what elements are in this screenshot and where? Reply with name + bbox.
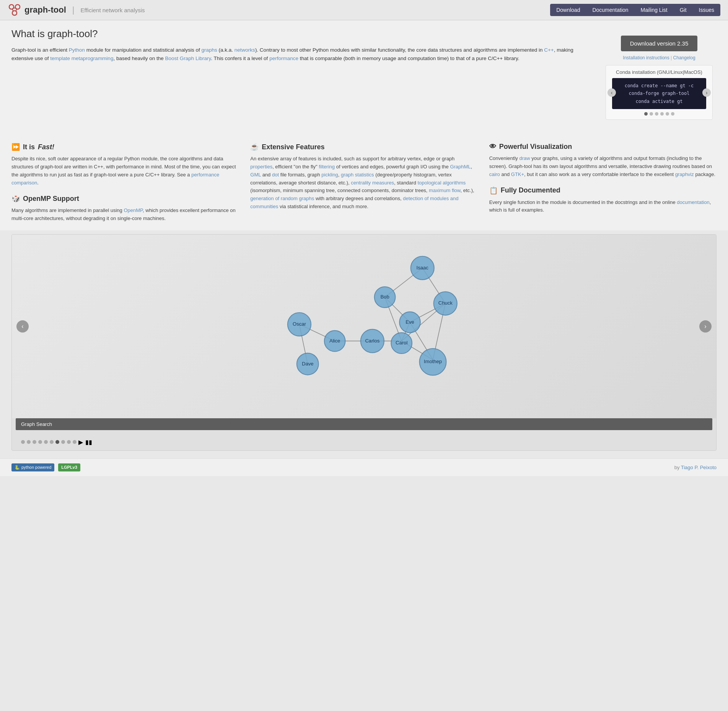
graph-stats-link[interactable]: graph statistics [341, 172, 374, 178]
gdot-8[interactable] [61, 440, 65, 444]
python-badge: 🐍 python powered [11, 463, 54, 471]
install-label: Conda installation (GNU/Linux|MacOS) [612, 69, 706, 75]
nav-issues[interactable]: Issues [693, 4, 720, 16]
code-line-2: conda activate gt [617, 98, 701, 105]
feature-doc-body: Every single function in the module is d… [489, 199, 717, 215]
graphs-link[interactable]: graphs [202, 47, 217, 53]
node-carlos[interactable]: Carlos [361, 329, 384, 353]
svg-line-5 [16, 9, 17, 11]
graph-carousel: ‹ › [11, 234, 717, 451]
performance-comparison-link[interactable]: performance comparison [11, 172, 219, 186]
dot-link[interactable]: dot [272, 172, 279, 178]
graph-controls: ▶ ▮▮ [78, 439, 96, 446]
node-oscar[interactable]: Oscar [288, 313, 311, 336]
python-snake-icon: 🐍 [15, 465, 20, 470]
filtering-link[interactable]: filtering [319, 164, 335, 170]
extensive-icon: ☕ [250, 143, 259, 151]
navbar: graph-tool | Efficient network analysis … [0, 0, 728, 20]
dot-1[interactable] [644, 112, 648, 116]
svg-line-4 [12, 9, 13, 11]
node-isaac[interactable]: Isaac [411, 256, 434, 280]
svg-point-2 [12, 11, 17, 15]
node-eve[interactable]: Eve [399, 312, 420, 333]
python-link[interactable]: Python [69, 47, 85, 53]
gdot-9[interactable] [67, 440, 71, 444]
graph-prev-button[interactable]: ‹ [16, 320, 29, 333]
gdot-6[interactable] [50, 440, 54, 444]
dot-4[interactable] [660, 112, 664, 116]
feature-fast-title: ⏩ It is Fast! [11, 143, 239, 151]
node-carol[interactable]: Carol [391, 333, 412, 354]
documentation-link[interactable]: documentation [677, 199, 709, 205]
node-bob[interactable]: Bob [375, 287, 396, 308]
gdot-2[interactable] [27, 440, 31, 444]
gdot-1[interactable] [21, 440, 25, 444]
boost-link[interactable]: Boost Graph Library [165, 55, 211, 61]
nav-documentation[interactable]: Documentation [586, 4, 634, 16]
changelog-link[interactable]: Changelog [673, 55, 695, 60]
dot-2[interactable] [650, 112, 653, 116]
draw-link[interactable]: draw [519, 155, 530, 161]
gdot-7[interactable] [55, 440, 59, 444]
performance-link[interactable]: performance [269, 55, 298, 61]
viz-icon: 👁 [489, 143, 496, 151]
graph-next-button[interactable]: › [699, 320, 712, 333]
cpp-link[interactable]: C++ [544, 47, 554, 53]
gdot-4[interactable] [38, 440, 42, 444]
openmp-link[interactable]: OpenMP [124, 207, 143, 213]
feature-visualization: 👁 Powerful Visualization Conveniently dr… [489, 143, 717, 223]
footer-author-link[interactable]: Tiago P. Peixoto [681, 465, 717, 470]
topological-link[interactable]: topological algorithms [418, 180, 466, 186]
graph-caption: Graph Search [16, 418, 712, 430]
graph-area: ‹ › [12, 235, 716, 418]
pickling-link[interactable]: pickling [321, 172, 338, 178]
gdot-3[interactable] [33, 440, 36, 444]
installation-instructions-link[interactable]: Installation instructions [623, 55, 669, 60]
cairo-link[interactable]: cairo [489, 171, 500, 177]
dot-6[interactable] [671, 112, 674, 116]
content-right: Download version 2.35 Installation instr… [602, 28, 717, 127]
carousel-dots [612, 112, 706, 116]
gdot-5[interactable] [44, 440, 48, 444]
carousel-prev-button[interactable]: ‹ [607, 88, 616, 97]
properties-link[interactable]: properties [250, 164, 272, 170]
maxflow-link[interactable]: maximum flow [429, 188, 460, 193]
networks-link[interactable]: networks [235, 47, 255, 53]
feature-extensive-title: ☕ Extensive Features [250, 143, 477, 151]
node-dave[interactable]: Dave [297, 353, 319, 375]
graph-pause-button[interactable]: ▮▮ [85, 439, 92, 446]
gtk-link[interactable]: GTK+ [511, 171, 524, 177]
brand-name: graph-tool [24, 5, 66, 15]
features-section: ⏩ It is Fast! Despite its nice, soft out… [0, 135, 728, 230]
nav-mailing-list[interactable]: Mailing List [635, 4, 674, 16]
node-alice[interactable]: Alice [324, 331, 345, 352]
footer-author: by Tiago P. Peixoto [674, 465, 717, 470]
feature-openmp-title: 🎲 OpenMP Support [11, 194, 239, 203]
download-button[interactable]: Download version 2.35 [621, 36, 698, 51]
feature-doc-title: 📋 Fully Documented [489, 186, 717, 195]
dot-3[interactable] [655, 112, 658, 116]
gml-link[interactable]: GML [250, 172, 261, 178]
node-imothep[interactable]: Imothep [420, 349, 446, 375]
svg-text:Alice: Alice [329, 338, 340, 344]
graph-play-button[interactable]: ▶ [78, 439, 83, 446]
install-carousel: ‹ Conda installation (GNU/Linux|MacOS) c… [606, 65, 713, 120]
svg-text:Bob: Bob [380, 294, 389, 300]
graphviz-link[interactable]: graphviz [675, 171, 694, 177]
download-box: Download version 2.35 Installation instr… [602, 28, 717, 127]
graphml-link[interactable]: GraphML [450, 164, 471, 170]
template-link[interactable]: template metaprogramming [50, 55, 113, 61]
page-title: What is graph-tool? [11, 28, 593, 40]
svg-text:Chuck: Chuck [438, 300, 453, 306]
random-graphs-link[interactable]: generation of random graphs [250, 196, 314, 201]
install-code: conda create --name gt -c conda-forge gr… [612, 78, 706, 109]
brand-logo[interactable]: graph-tool [8, 3, 66, 17]
dot-5[interactable] [666, 112, 669, 116]
node-chuck[interactable]: Chuck [434, 292, 457, 315]
nav-git[interactable]: Git [674, 4, 693, 16]
carousel-next-button[interactable]: › [702, 88, 711, 97]
nav-download[interactable]: Download [550, 4, 586, 16]
gdot-10[interactable] [73, 440, 77, 444]
footer-by-text: by [674, 465, 681, 470]
centrality-link[interactable]: centrality measures [351, 180, 394, 186]
